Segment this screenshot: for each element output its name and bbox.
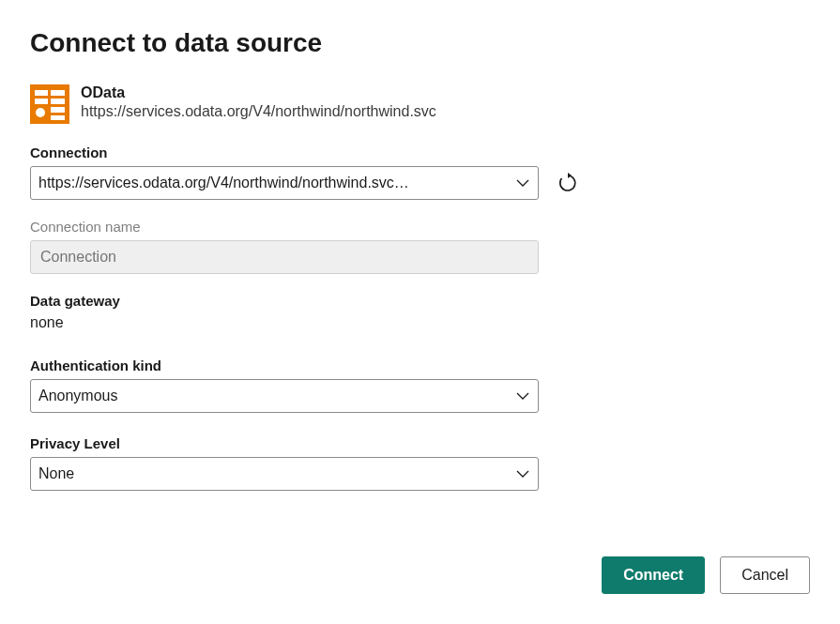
page-title: Connect to data source bbox=[30, 28, 810, 58]
auth-kind-label: Authentication kind bbox=[30, 358, 810, 373]
connection-select[interactable]: https://services.odata.org/V4/northwind/… bbox=[30, 166, 539, 200]
svg-rect-1 bbox=[35, 90, 48, 96]
data-gateway-label: Data gateway bbox=[30, 293, 810, 309]
auth-kind-select[interactable]: Anonymous bbox=[30, 379, 539, 413]
data-source-header: OData https://services.odata.org/V4/nort… bbox=[30, 84, 810, 124]
svg-rect-6 bbox=[51, 107, 65, 113]
refresh-button[interactable] bbox=[554, 169, 582, 197]
svg-rect-2 bbox=[51, 90, 65, 96]
connection-label: Connection bbox=[30, 145, 810, 160]
svg-rect-7 bbox=[51, 115, 65, 120]
privacy-level-select[interactable]: None bbox=[30, 457, 539, 491]
svg-rect-3 bbox=[35, 99, 48, 104]
svg-point-5 bbox=[36, 108, 45, 117]
button-row: Connect Cancel bbox=[602, 556, 810, 594]
odata-icon bbox=[30, 84, 69, 124]
cancel-button[interactable]: Cancel bbox=[720, 556, 810, 594]
source-name: OData bbox=[81, 84, 436, 101]
connect-button[interactable]: Connect bbox=[602, 556, 705, 594]
connection-name-label: Connection name bbox=[30, 219, 810, 235]
source-url: https://services.odata.org/V4/northwind/… bbox=[81, 103, 436, 120]
connection-name-input bbox=[30, 240, 539, 274]
svg-rect-4 bbox=[51, 99, 65, 104]
privacy-level-label: Privacy Level bbox=[30, 435, 810, 451]
data-gateway-value: none bbox=[30, 314, 810, 331]
refresh-icon bbox=[557, 173, 578, 193]
